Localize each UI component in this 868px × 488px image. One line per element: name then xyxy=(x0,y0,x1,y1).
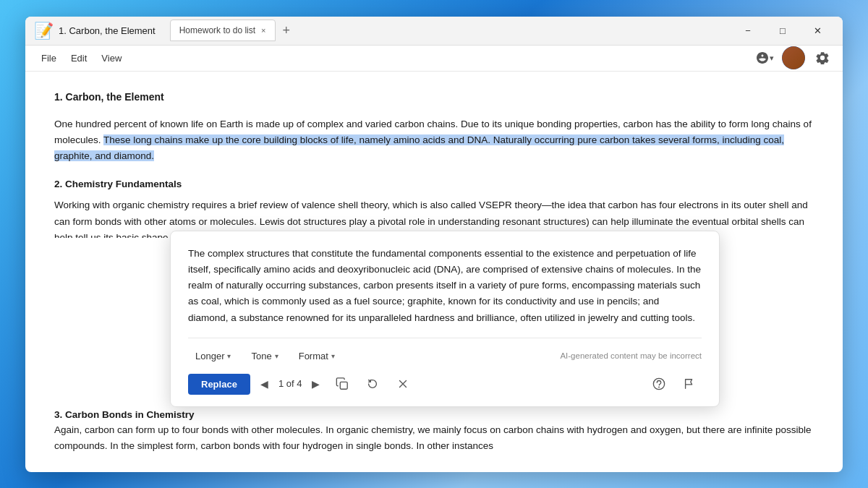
menu-bar: File Edit View ▾ xyxy=(25,46,843,72)
maximize-button[interactable]: □ xyxy=(766,19,799,42)
avatar-image xyxy=(782,46,805,69)
page-counter: 1 of 4 xyxy=(278,377,302,392)
prev-suggestion-button[interactable]: ◀ xyxy=(256,375,273,393)
length-chevron-icon: ▾ xyxy=(227,352,231,360)
doc-heading-3: 3. Carbon Bonds in Chemistry xyxy=(54,407,195,423)
tone-dropdown[interactable]: Tone ▾ xyxy=(244,347,285,365)
app-icon: 📝 xyxy=(34,22,51,39)
doc-paragraph-1: One hundred percent of known life on Ear… xyxy=(54,116,814,165)
tone-chevron-icon: ▾ xyxy=(275,352,278,360)
ai-popup-text: The complex structures that constitute t… xyxy=(188,246,702,326)
doc-heading-2: 2. Chemistry Fundamentals xyxy=(54,176,814,192)
ai-popup-action-bar: Replace ◀ 1 of 4 ▶ xyxy=(188,374,702,395)
format-chevron-icon: ▾ xyxy=(331,352,335,360)
window-title: 1. Carbon, the Element xyxy=(59,25,156,36)
replace-button[interactable]: Replace xyxy=(188,374,250,395)
svg-point-2 xyxy=(658,387,660,388)
format-label: Format xyxy=(299,351,328,361)
menu-right-actions: ▾ xyxy=(753,46,834,69)
minimize-button[interactable]: − xyxy=(731,19,765,42)
length-label: Longer xyxy=(195,351,224,361)
report-button[interactable] xyxy=(677,374,702,393)
tab-close-icon[interactable]: × xyxy=(261,26,265,35)
regenerate-button[interactable] xyxy=(360,374,385,393)
tab-area: Homework to do list × + xyxy=(170,20,731,41)
feedback-button[interactable] xyxy=(647,374,671,393)
file-menu[interactable]: File xyxy=(34,50,64,67)
title-bar: 📝 1. Carbon, the Element Homework to do … xyxy=(25,17,843,46)
length-dropdown[interactable]: Longer ▾ xyxy=(188,347,238,365)
copy-button[interactable] xyxy=(330,374,354,393)
ai-disclaimer: AI-generated content may be incorrect xyxy=(560,349,702,362)
main-window: 📝 1. Carbon, the Element Homework to do … xyxy=(25,17,843,472)
svg-rect-0 xyxy=(341,382,348,390)
format-dropdown[interactable]: Format ▾ xyxy=(292,347,342,365)
tab-homework[interactable]: Homework to do list × xyxy=(170,20,276,41)
window-controls: − □ ✕ xyxy=(731,19,834,42)
copilot-button[interactable]: ▾ xyxy=(753,46,776,69)
heading-2-text: 2. Chemistry Fundamentals xyxy=(54,179,182,189)
settings-button[interactable] xyxy=(811,46,834,69)
edit-menu[interactable]: Edit xyxy=(64,50,94,67)
document-area: 1. Carbon, the Element One hundred perce… xyxy=(25,72,843,472)
ai-popup-controls: Longer ▾ Tone ▾ Format ▾ AI-generated co… xyxy=(188,338,702,365)
paragraph-1-highlight: These long chains make up the core build… xyxy=(54,134,784,161)
doc-paragraph-3: Again, carbon can form up to four bonds … xyxy=(54,422,814,455)
user-avatar[interactable] xyxy=(782,46,805,69)
tone-label: Tone xyxy=(251,351,271,361)
next-suggestion-button[interactable]: ▶ xyxy=(307,375,324,393)
ai-rewrite-popup: The complex structures that constitute t… xyxy=(170,231,720,407)
close-button[interactable]: ✕ xyxy=(801,19,834,42)
add-tab-button[interactable]: + xyxy=(278,23,295,38)
tab-label: Homework to do list xyxy=(179,25,255,35)
doc-heading-1: 1. Carbon, the Element xyxy=(54,89,814,105)
dismiss-button[interactable] xyxy=(391,374,415,393)
view-menu[interactable]: View xyxy=(94,50,129,67)
